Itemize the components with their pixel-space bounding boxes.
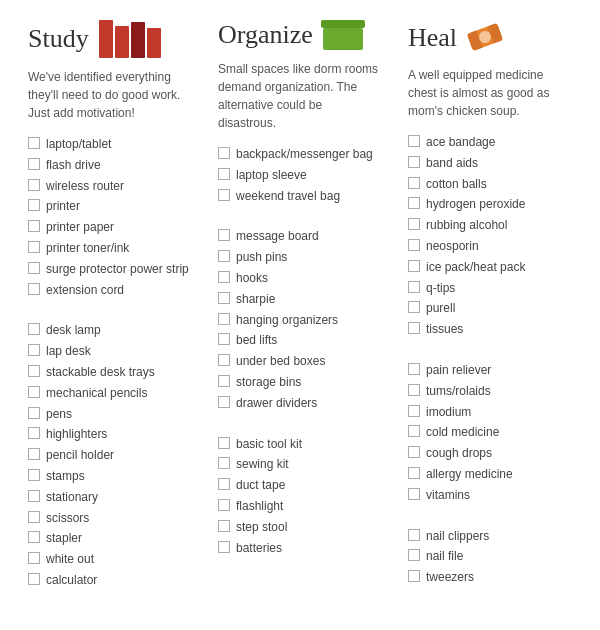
list-item: pens: [28, 406, 192, 423]
item-label: neosporin: [426, 238, 479, 255]
list-item: drawer dividers: [218, 395, 382, 412]
checkbox[interactable]: [408, 197, 420, 209]
heal-column: Heal A well equipped medicine chest is a…: [400, 20, 580, 596]
item-label: cotton balls: [426, 176, 487, 193]
list-item: batteries: [218, 540, 382, 557]
checkbox[interactable]: [218, 354, 230, 366]
checkbox[interactable]: [408, 135, 420, 147]
checkbox[interactable]: [218, 375, 230, 387]
checkbox[interactable]: [408, 281, 420, 293]
checkbox[interactable]: [218, 333, 230, 345]
checkbox[interactable]: [218, 168, 230, 180]
list-item: ace bandage: [408, 134, 572, 151]
checkbox[interactable]: [28, 179, 40, 191]
checkbox[interactable]: [218, 478, 230, 490]
checkbox[interactable]: [218, 499, 230, 511]
study-column: Study We've identified everything they'l…: [20, 20, 200, 599]
books-icon: [99, 20, 161, 58]
checkbox[interactable]: [28, 323, 40, 335]
checkbox[interactable]: [408, 384, 420, 396]
checkbox[interactable]: [408, 467, 420, 479]
checkbox[interactable]: [408, 405, 420, 417]
checkbox[interactable]: [218, 229, 230, 241]
checkbox[interactable]: [218, 437, 230, 449]
checkbox[interactable]: [408, 177, 420, 189]
checkbox[interactable]: [408, 425, 420, 437]
box-icon: [323, 20, 363, 50]
checkbox[interactable]: [28, 241, 40, 253]
checkbox[interactable]: [218, 271, 230, 283]
list-item: printer: [28, 198, 192, 215]
list-item: nail file: [408, 548, 572, 565]
item-label: extension cord: [46, 282, 124, 299]
checkbox[interactable]: [408, 549, 420, 561]
checkbox[interactable]: [218, 292, 230, 304]
item-label: vitamins: [426, 487, 470, 504]
checkbox[interactable]: [218, 189, 230, 201]
checkbox[interactable]: [28, 344, 40, 356]
checkbox[interactable]: [28, 448, 40, 460]
checkbox[interactable]: [408, 239, 420, 251]
item-label: printer: [46, 198, 80, 215]
checkbox[interactable]: [28, 427, 40, 439]
item-label: hooks: [236, 270, 268, 287]
checkbox[interactable]: [218, 250, 230, 262]
item-label: ace bandage: [426, 134, 495, 151]
checkbox[interactable]: [28, 220, 40, 232]
checkbox[interactable]: [28, 158, 40, 170]
checkbox[interactable]: [408, 301, 420, 313]
checkbox[interactable]: [28, 386, 40, 398]
heal-section-3: nail clippers nail file tweezers: [408, 528, 572, 586]
heal-description: A well equipped medicine chest is almost…: [408, 66, 572, 120]
checkbox[interactable]: [218, 541, 230, 553]
checkbox[interactable]: [28, 490, 40, 502]
checkbox[interactable]: [28, 573, 40, 585]
list-item: extension cord: [28, 282, 192, 299]
checkbox[interactable]: [408, 363, 420, 375]
checkbox[interactable]: [408, 446, 420, 458]
checkbox[interactable]: [218, 457, 230, 469]
checkbox[interactable]: [28, 552, 40, 564]
checkbox[interactable]: [218, 147, 230, 159]
checkbox[interactable]: [28, 469, 40, 481]
checkbox[interactable]: [218, 313, 230, 325]
checkbox[interactable]: [408, 218, 420, 230]
organize-section-1: backpack/messenger bag laptop sleeve wee…: [218, 146, 382, 204]
checkbox[interactable]: [218, 520, 230, 532]
item-label: white out: [46, 551, 94, 568]
checkbox[interactable]: [408, 488, 420, 500]
checkbox[interactable]: [408, 529, 420, 541]
checkbox[interactable]: [28, 199, 40, 211]
item-label: rubbing alcohol: [426, 217, 507, 234]
list-item: storage bins: [218, 374, 382, 391]
checkbox[interactable]: [408, 570, 420, 582]
checkbox[interactable]: [408, 156, 420, 168]
item-label: flashlight: [236, 498, 283, 515]
heal-title: Heal: [408, 23, 457, 53]
checkbox[interactable]: [28, 365, 40, 377]
list-item: hanging organizers: [218, 312, 382, 329]
checkbox[interactable]: [28, 283, 40, 295]
checkbox[interactable]: [218, 396, 230, 408]
item-label: laptop sleeve: [236, 167, 307, 184]
checkbox[interactable]: [408, 260, 420, 272]
item-label: imodium: [426, 404, 471, 421]
list-item: hooks: [218, 270, 382, 287]
checkbox[interactable]: [28, 511, 40, 523]
item-label: printer toner/ink: [46, 240, 129, 257]
checkbox[interactable]: [28, 531, 40, 543]
study-title: Study: [28, 24, 89, 54]
list-item: rubbing alcohol: [408, 217, 572, 234]
checkbox[interactable]: [408, 322, 420, 334]
checkbox[interactable]: [28, 407, 40, 419]
item-label: tissues: [426, 321, 463, 338]
item-label: cold medicine: [426, 424, 499, 441]
item-label: under bed boxes: [236, 353, 325, 370]
checkbox[interactable]: [28, 137, 40, 149]
item-label: tums/rolaids: [426, 383, 491, 400]
list-item: stamps: [28, 468, 192, 485]
checkbox[interactable]: [28, 262, 40, 274]
item-label: step stool: [236, 519, 287, 536]
list-item: push pins: [218, 249, 382, 266]
list-item: wireless router: [28, 178, 192, 195]
